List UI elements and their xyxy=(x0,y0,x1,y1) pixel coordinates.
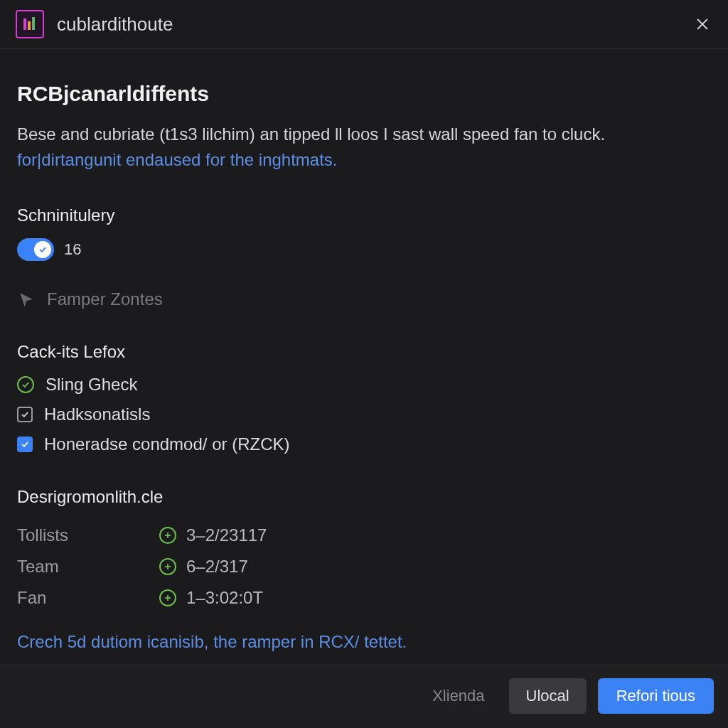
description-text: Bese and cubriate (t1s3 lilchim) an tipp… xyxy=(17,124,605,144)
toggle-knob xyxy=(34,241,51,258)
check-item-label: Sling Gheck xyxy=(46,375,137,395)
close-icon xyxy=(694,16,711,33)
detail-key: Team xyxy=(17,557,159,577)
svg-rect-0 xyxy=(23,18,26,30)
check-icon xyxy=(38,245,48,255)
check-item-hadk[interactable]: Hadksonatisls xyxy=(17,405,711,424)
dialog-content: RCBjcanarldiffents Bese and cubriate (t1… xyxy=(0,49,728,665)
app-title: cublardithoute xyxy=(57,14,173,36)
app-icon xyxy=(16,10,44,38)
detail-value: 6–2/317 xyxy=(186,557,248,577)
section-title-checks: Cack-its Lefox xyxy=(17,342,711,362)
add-icon[interactable] xyxy=(159,527,176,544)
check-item-sling[interactable]: Sling Gheck xyxy=(17,375,711,395)
toggle-row: 16 xyxy=(17,238,711,261)
add-icon[interactable] xyxy=(159,558,176,575)
detail-value: 3–2/23117 xyxy=(186,525,267,545)
check-item-label: Honeradse condmod/ or (RZCK) xyxy=(44,434,289,454)
detail-row: Fan 1–3:02:0T xyxy=(17,582,711,614)
secondary-button[interactable]: Ulocal xyxy=(509,678,587,714)
detail-key: Fan xyxy=(17,588,159,608)
detail-value: 1–3:02:0T xyxy=(186,588,263,608)
check-item-honer[interactable]: Honeradse condmod/ or (RZCK) xyxy=(17,434,711,454)
detail-key: Tollists xyxy=(17,525,159,545)
dialog-footer: Xlienda Ulocal Refori tious xyxy=(0,665,728,728)
add-icon[interactable] xyxy=(159,589,176,606)
status-success-icon xyxy=(17,376,34,393)
detail-row: Tollists 3–2/23117 xyxy=(17,520,711,551)
primary-button[interactable]: Refori tious xyxy=(598,678,714,714)
detail-value-cell: 6–2/317 xyxy=(159,557,248,577)
pointer-icon xyxy=(17,290,36,309)
enable-toggle[interactable] xyxy=(17,238,54,261)
close-button[interactable] xyxy=(692,14,712,34)
detail-table: Tollists 3–2/23117 Team 6–2/317 Fan xyxy=(17,520,711,614)
footer-help-link-text[interactable]: Crech 5d dutiom icanisib, the ramper in … xyxy=(17,632,407,651)
page-heading: RCBjcanarldiffents xyxy=(17,82,711,106)
check-item-label: Hadksonatisls xyxy=(44,405,150,424)
svg-rect-1 xyxy=(28,21,31,30)
checkbox-unchecked-icon[interactable] xyxy=(17,407,33,422)
muted-item-label: Famper Zontes xyxy=(47,289,163,309)
tertiary-button[interactable]: Xlienda xyxy=(419,680,497,712)
check-list: Sling Gheck Hadksonatisls Honeradse cond… xyxy=(17,375,711,454)
muted-item: Famper Zontes xyxy=(17,289,711,309)
section-title-detail: Desrigromonlith.cle xyxy=(17,487,711,507)
detail-row: Team 6–2/317 xyxy=(17,551,711,582)
toggle-value: 16 xyxy=(64,240,81,259)
checkbox-checked-icon[interactable] xyxy=(17,437,33,452)
description-link[interactable]: for|dirtangunit endaused for the inghtma… xyxy=(17,150,338,169)
svg-rect-2 xyxy=(32,17,35,30)
titlebar: cublardithoute xyxy=(0,0,728,49)
detail-value-cell: 1–3:02:0T xyxy=(159,588,263,608)
footer-help-link[interactable]: Crech 5d dutiom icanisib, the ramper in … xyxy=(17,632,711,652)
section-title-toggle: Schninitulery xyxy=(17,205,711,225)
page-description: Bese and cubriate (t1s3 lilchim) an tipp… xyxy=(17,122,711,173)
detail-value-cell: 3–2/23117 xyxy=(159,525,267,545)
